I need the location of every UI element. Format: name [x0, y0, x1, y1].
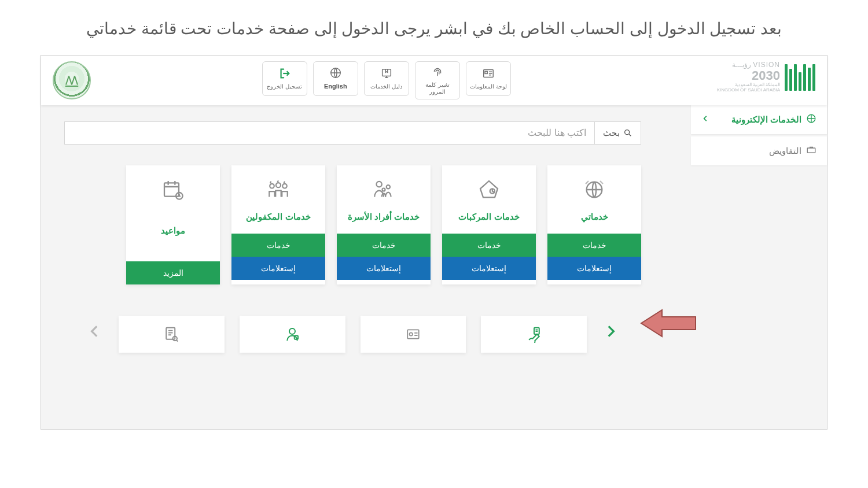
sidenav-eservices[interactable]: الخدمات الإلكترونية — [691, 105, 827, 134]
carousel-prev-button[interactable] — [82, 317, 108, 350]
tile-my-services-inquiries-button[interactable]: إستعلامات — [547, 257, 641, 280]
bookmark-screen-icon — [380, 67, 393, 80]
services-guide-label: دليل الخدمات — [370, 83, 402, 90]
id-card-icon — [481, 67, 495, 80]
fingerprint-icon — [431, 65, 444, 78]
eservices-icon — [806, 113, 816, 126]
search-button-label: بحث — [603, 128, 620, 138]
tile-vehicles: خدمات المركبات خدمات إستعلامات — [442, 165, 536, 284]
svg-point-12 — [270, 184, 274, 188]
tile-family: خدمات أفراد الأسرة خدمات إستعلامات — [337, 165, 431, 284]
tile-sponsored-title: خدمات المكفولين — [242, 206, 314, 234]
absher-logo — [785, 63, 815, 91]
tile-vehicles-inquiries-button[interactable]: إستعلامات — [442, 257, 536, 280]
mini-tile-2[interactable] — [240, 316, 345, 353]
tile-appointments: مواعيد المزيد — [126, 165, 220, 284]
tile-my-services: خدماتي خدمات إستعلامات — [547, 165, 641, 284]
svg-point-9 — [376, 182, 381, 187]
sidenav-authorizations-label: التفاويض — [769, 146, 801, 156]
svg-point-10 — [387, 185, 390, 188]
profile-list-icon — [404, 327, 422, 342]
tile-my-services-title: خدماتي — [578, 206, 612, 234]
tile-vehicles-title: خدمات المركبات — [455, 206, 523, 234]
side-nav: الخدمات الإلكترونية التفاويض — [691, 105, 827, 168]
absher-bars-icon — [785, 63, 815, 91]
main-column: بحث خدماتي خدمات إستعلامات — [41, 105, 691, 364]
chevron-right-icon — [603, 320, 618, 343]
svg-point-11 — [382, 188, 385, 191]
service-tiles: خدماتي خدمات إستعلامات خدمات المركبات خد… — [64, 165, 641, 284]
svg-point-6 — [625, 130, 630, 134]
change-password-button[interactable]: تغيير كلمة المرور — [415, 61, 460, 99]
tile-vehicles-services-button[interactable]: خدمات — [442, 234, 536, 257]
search-row: بحث — [64, 121, 641, 145]
carousel-next-button[interactable] — [597, 317, 624, 350]
chevron-left-icon — [701, 113, 709, 125]
svg-point-13 — [276, 183, 281, 187]
vision-2030-logo: رؤيـــة VISION 2030 المملكة العربية السع… — [717, 61, 780, 93]
vision-line2: 2030 — [717, 69, 780, 83]
svg-rect-1 — [382, 69, 391, 76]
header: تسجيل الخروج English دليل الخدمات — [41, 56, 827, 105]
svg-point-22 — [409, 332, 412, 335]
chevron-left-icon — [87, 320, 102, 343]
content-area: الخدمات الإلكترونية التفاويض — [41, 105, 827, 429]
vehicle-tag-icon — [442, 165, 536, 206]
tile-appointments-title: مواعيد — [157, 206, 189, 261]
search-icon — [623, 128, 632, 138]
header-nav: تسجيل الخروج English دليل الخدمات — [262, 61, 546, 99]
globe-hand-icon — [547, 165, 641, 206]
svg-point-19 — [289, 328, 295, 334]
workers-icon — [231, 165, 325, 206]
mini-tile-1[interactable] — [119, 316, 225, 353]
svg-rect-3 — [485, 71, 487, 73]
change-password-label: تغيير كلمة المرور — [418, 82, 457, 95]
briefcase-icon — [806, 145, 816, 157]
hand-doc-icon — [525, 326, 543, 343]
brand-logos: رؤيـــة VISION 2030 المملكة العربية السع… — [717, 61, 815, 93]
logout-icon — [278, 67, 291, 80]
app-frame: تسجيل الخروج English دليل الخدمات — [41, 55, 827, 430]
tile-appointments-more-button[interactable]: المزيد — [126, 261, 220, 284]
svg-marker-24 — [641, 310, 696, 337]
mini-tile-3[interactable] — [361, 316, 466, 353]
svg-point-14 — [282, 184, 287, 188]
tile-sponsored-services-button[interactable]: خدمات — [231, 234, 325, 257]
search-button[interactable]: بحث — [595, 121, 641, 145]
instruction-text: بعد تسجيل الدخول إلى الحساب الخاص بك في … — [0, 0, 868, 50]
nav-spacer — [517, 61, 546, 96]
doc-search-icon — [163, 326, 180, 343]
instruction-arrow-icon — [640, 308, 698, 341]
tile-family-inquiries-button[interactable]: إستعلامات — [337, 257, 431, 280]
logout-button[interactable]: تسجيل الخروج — [262, 61, 307, 96]
vision-line1: رؤيـــة VISION — [717, 61, 780, 69]
tile-sponsored-inquiries-button[interactable]: إستعلامات — [231, 257, 325, 280]
bottom-carousel — [64, 316, 641, 353]
tile-my-services-services-button[interactable]: خدمات — [547, 234, 641, 257]
sidenav-eservices-label: الخدمات الإلكترونية — [731, 114, 801, 125]
tile-sponsored: خدمات المكفولين خدمات إستعلامات — [231, 165, 325, 284]
svg-rect-5 — [807, 148, 815, 153]
language-english-label: English — [324, 83, 347, 90]
search-input[interactable] — [64, 121, 595, 145]
tile-family-services-button[interactable]: خدمات — [337, 234, 431, 257]
services-guide-button[interactable]: دليل الخدمات — [364, 61, 409, 96]
dashboard-label: لوحة المعلومات — [470, 83, 507, 90]
sidenav-authorizations[interactable]: التفاويض — [691, 136, 827, 165]
moi-emblem-icon — [53, 61, 91, 99]
tile-family-title: خدمات أفراد الأسرة — [344, 206, 423, 234]
calendar-clock-icon — [126, 165, 220, 206]
language-english-button[interactable]: English — [313, 61, 358, 96]
globe-icon — [329, 66, 342, 79]
mini-tile-4[interactable] — [481, 316, 587, 353]
family-icon — [337, 165, 431, 206]
dashboard-button[interactable]: لوحة المعلومات — [466, 61, 511, 96]
person-badge-icon — [284, 326, 301, 343]
vision-line4: KINGDOM OF SAUDI ARABIA — [717, 88, 780, 93]
logout-label: تسجيل الخروج — [267, 83, 302, 90]
